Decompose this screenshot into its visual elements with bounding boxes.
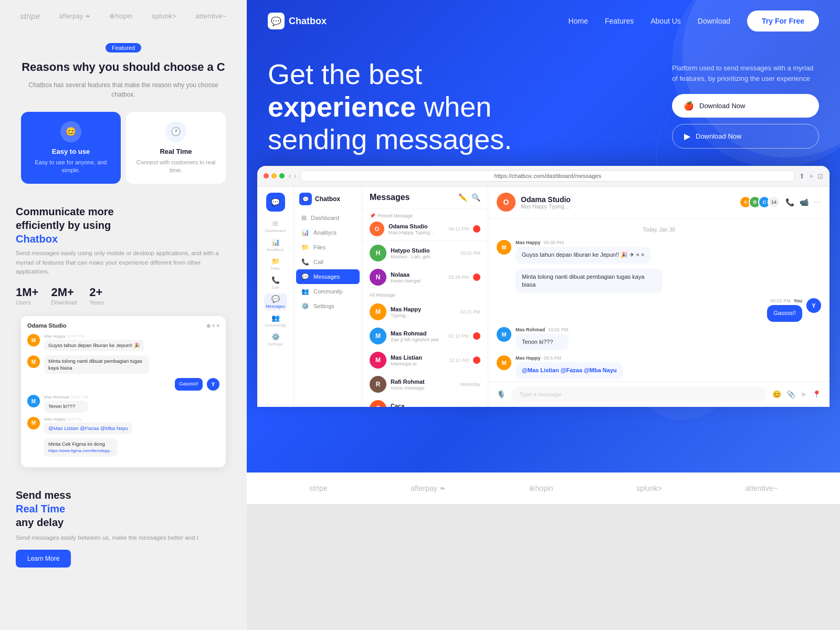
browser-back[interactable]: ‹ [289, 172, 291, 180]
nav-home[interactable]: Home [569, 17, 588, 25]
try-for-free-button[interactable]: Try For Free [747, 10, 819, 32]
chat-nav-files[interactable]: 📁 Files [264, 256, 287, 272]
sidebar-call-icon: 📞 [301, 258, 309, 266]
msg-content-3: Mas Rohmad 10:01 PM Tenon ki??? [516, 327, 569, 350]
stat-years-label: Years [89, 299, 104, 306]
sidebar-messages[interactable]: 💬 Messages [296, 269, 360, 284]
download-android-button[interactable]: ▶ Download Now [672, 124, 819, 149]
nav-download[interactable]: Download [698, 17, 730, 25]
sidebar-call[interactable]: 📞 Call [296, 255, 360, 269]
chat-nav-community[interactable]: 👥 Community [264, 312, 287, 329]
search-icon[interactable]: 🔍 [471, 193, 480, 202]
contact-mas-rohmad-avatar: M [370, 328, 386, 344]
learn-more-button[interactable]: Learn More [16, 550, 71, 568]
real-time-icon: 🕐 [165, 121, 186, 142]
chat-video-icon[interactable]: 📹 [800, 198, 808, 206]
msg-bubble-3: Tenon ki??? [516, 334, 569, 350]
pinned-name: Odama Studio [388, 223, 444, 229]
contact-nolaaa[interactable]: N Nolaaa Keren banget 03:29 PM [362, 265, 488, 289]
msg-avatar-you-1: Y [806, 298, 821, 313]
sidebar-analytics[interactable]: 📊 Analitycs [296, 225, 360, 240]
feature-card-easy-to-use: 😊 Easy to use Easy to use for anyone, an… [21, 112, 121, 184]
sidebar-community-icon: 👥 [301, 288, 309, 295]
sidebar-settings[interactable]: ⚙️ Settings [296, 299, 360, 313]
files-nav-label: Files [271, 266, 280, 271]
messages-nav-label: Messages [266, 304, 285, 309]
chat-input-field[interactable] [511, 387, 767, 402]
avatar-group: A B C 14 [739, 196, 780, 208]
attach-icon[interactable]: 📎 [786, 390, 795, 398]
mini-chat-screenshot: Odama Studio ⊕ + × M Mas Happy 06:00 PM … [21, 316, 226, 467]
chat-call-icon[interactable]: 📞 [785, 198, 794, 206]
sidebar-files-icon: 📁 [301, 244, 309, 251]
nav-about[interactable]: About Us [650, 17, 681, 25]
communicate-desc: Send messages easily using only mobile o… [16, 249, 231, 276]
download-apple-button[interactable]: 🍎 Download Now [672, 94, 819, 118]
group-avatar-count: 14 [768, 196, 780, 208]
send-icon[interactable]: ➤ [801, 390, 807, 398]
messages-panel-title: Messages [370, 193, 410, 202]
contact-hatypo[interactable]: H Hatypo Studio Momon : Lah, gini 10:01 … [362, 241, 488, 265]
realtime-desc: Send messages easily between us, make th… [16, 533, 231, 542]
contact-caca[interactable]: C Caca Cce avtech Yesterday [362, 396, 488, 407]
browser-menu[interactable]: ⊡ [817, 172, 823, 180]
settings-nav-icon: ⚙️ [271, 333, 280, 341]
browser-actions: ⬆ + ⊡ [799, 172, 823, 180]
pinned-text: Pinned Message [377, 213, 413, 218]
chat-messages: Today, Jan 30 M Mas Happy 06:00 PM Guyss… [488, 218, 830, 381]
msg-avatar-3: M [497, 327, 511, 342]
contact-mas-happy[interactable]: M Mas Happy Typing... 02:21 PM [362, 300, 488, 324]
browser-add-tab[interactable]: + [809, 172, 813, 180]
brand-bottom-attentive: attentive~ [746, 484, 778, 492]
mini-msg-5: M Minta Cek Figma ini donghttps://www.fi… [27, 438, 219, 457]
sidebar-analytics-icon: 📊 [301, 229, 309, 236]
download-apple-label: Download Now [699, 102, 745, 110]
chat-nav-messages[interactable]: 💬 Messages [264, 293, 287, 310]
logo-icon: 💬 [268, 13, 285, 29]
chat-nav-analytics[interactable]: 📊 Analitycs [264, 237, 287, 254]
sidebar-settings-icon: ⚙️ [301, 302, 309, 310]
chat-nav-dashboard[interactable]: ⊞ Dashboard [264, 218, 287, 235]
mini-avatar-3: M [27, 395, 40, 407]
sidebar-files[interactable]: 📁 Files [296, 240, 360, 255]
message-row-3: M Mas Rohmad 10:01 PM Tenon ki??? [497, 327, 821, 350]
browser-dot-green [279, 173, 285, 178]
pinned-contact[interactable]: O Odama Studio Mas Happy Typing... 06:11… [370, 222, 480, 236]
sidebar-community[interactable]: 👥 Community [296, 284, 360, 299]
featured-title: Reasons why you should choose a C [16, 60, 231, 75]
download-android-label: Download Now [696, 132, 741, 140]
contact-nolaaa-avatar: N [370, 269, 386, 286]
mini-chat-title: Odama Studio [27, 322, 67, 329]
contact-hatypo-avatar: H [370, 245, 386, 261]
nav-features[interactable]: Features [605, 17, 634, 25]
chatbox-logo-small: 💬 [299, 193, 312, 205]
featured-desc: Chatbox has several features that make t… [16, 80, 231, 99]
pinned-label: 📌 Pinned Message [370, 213, 480, 218]
mini-bubble-1: Guyss tahun depan liburan ke Jepun!! 🎉 [44, 340, 144, 351]
mini-bubble-sent-1: Gassss!! [175, 378, 203, 391]
location-icon[interactable]: 📍 [812, 390, 821, 398]
contact-mas-rohmad[interactable]: M Mas Rohmad Zae jt kili ngeshot yee 01:… [362, 324, 488, 348]
real-time-title: Real Time [134, 148, 217, 155]
chat-nav-settings[interactable]: ⚙️ Settings [264, 331, 287, 348]
stat-download: 2M+ Download [51, 286, 77, 306]
chat-input-bar: 🎙️ 😊 📎 ➤ 📍 [488, 381, 830, 407]
messages-panel: Messages ✏️ 🔍 📌 Pinned Message [362, 186, 488, 407]
dashboard-nav-label: Dashboard [265, 228, 286, 233]
sidebar-dashboard[interactable]: ⊞ Dashboard [296, 211, 360, 225]
pinned-avatar: O [370, 222, 384, 236]
chat-nav-call[interactable]: 📞 Call [264, 275, 287, 291]
mini-bubble-4: @Mas Listian @Fazaa @Mba Nayu [44, 423, 132, 434]
chat-user-info: Odama Studio Mas Happy Typing.... [521, 195, 571, 209]
microphone-icon[interactable]: 🎙️ [497, 390, 506, 398]
compose-icon[interactable]: ✏️ [458, 193, 467, 202]
contact-mas-happy-info: Mas Happy Typing... [391, 306, 456, 318]
contact-mas-listian-info: Mas Listian Mannopo.io [391, 354, 445, 366]
browser-share[interactable]: ⬆ [799, 172, 805, 180]
browser-forward[interactable]: › [294, 172, 297, 180]
easy-to-use-desc: Easy to use for anyone, and simple. [29, 159, 112, 175]
contact-mas-listian[interactable]: M Mas Listian Mannopo.io 12:11 AM [362, 348, 488, 372]
chat-more-icon[interactable]: ⋯ [814, 198, 821, 206]
emoji-icon[interactable]: 😊 [772, 390, 781, 398]
contact-rafi[interactable]: R Rafi Rohmat Voice message Yesterday [362, 372, 488, 396]
